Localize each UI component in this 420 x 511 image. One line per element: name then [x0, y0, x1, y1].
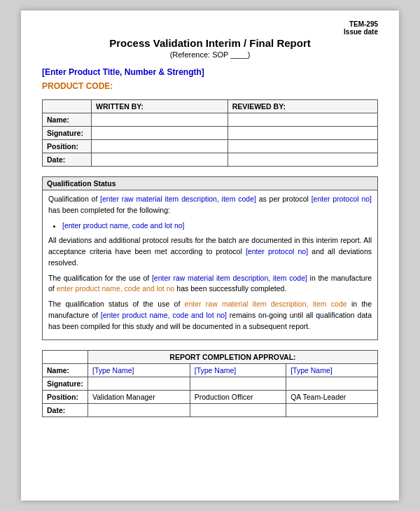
- qual-para3-after: has been successfully completed.: [174, 284, 286, 293]
- qual-para3-before: The qualification for the use of: [48, 274, 152, 282]
- report-row-col1: [88, 377, 190, 391]
- report-header: REPORT COMPLETION APPROVAL:: [88, 351, 378, 364]
- report-completion-table: REPORT COMPLETION APPROVAL: Name:[Type N…: [42, 350, 378, 417]
- report-row-col3: [286, 377, 378, 391]
- wr-row-written: [92, 140, 228, 153]
- qual-para3-link2[interactable]: enter product name, code and lot no: [57, 284, 175, 293]
- report-row-col1: [88, 404, 190, 417]
- qual-bullet1-link[interactable]: [enter product name, code and lot no]: [62, 221, 185, 230]
- report-row-col3: [286, 404, 378, 417]
- wr-row: Name:: [43, 113, 378, 127]
- report-row-col3: QA Team-Leader: [286, 391, 378, 404]
- wr-row-label: Date:: [43, 153, 92, 167]
- qual-para1: Qualification of [enter raw material ite…: [48, 194, 372, 216]
- qual-para3-link1[interactable]: [enter raw material item description, it…: [152, 274, 307, 282]
- page: TEM-295 Issue date Process Validation In…: [21, 10, 399, 500]
- qual-bullet-list: [enter product name, code and lot no]: [62, 220, 372, 232]
- report-row-col1: Validation Manager: [88, 391, 190, 404]
- main-title: Process Validation Interim / Final Repor…: [42, 37, 378, 49]
- qual-bullet2-para: The qualification status of the use of e…: [48, 299, 372, 332]
- report-row-col2: [190, 377, 286, 391]
- report-row: Date:: [43, 404, 378, 417]
- qual-bullet2-link2[interactable]: [enter product name, code and lot no]: [101, 311, 227, 319]
- wr-row-reviewed: [227, 140, 377, 153]
- wr-row: Date:: [43, 153, 378, 167]
- document-ref: TEM-295 Issue date: [344, 20, 378, 36]
- product-title-link[interactable]: [Enter Product Title, Number & Strength]: [42, 67, 378, 77]
- wr-row-written: [92, 153, 228, 167]
- report-row-label: Position:: [43, 391, 88, 404]
- product-code: PRODUCT CODE:: [42, 81, 378, 91]
- wr-row-reviewed: [227, 127, 377, 140]
- wr-col-empty: [43, 100, 92, 113]
- qual-para2: All deviations and additional protocol r…: [48, 235, 372, 268]
- qual-para3: The qualification for the use of [enter …: [48, 273, 372, 295]
- qual-link2[interactable]: [enter protocol no]: [312, 195, 372, 203]
- report-row: Name:[Type Name][Type Name][Type Name]: [43, 364, 378, 377]
- wr-row-label: Position:: [43, 140, 92, 153]
- wr-row-written: [92, 127, 228, 140]
- wr-row-written: [92, 113, 228, 127]
- qual-bullet1: [enter product name, code and lot no]: [62, 220, 372, 232]
- report-row-col2[interactable]: [Type Name]: [190, 364, 286, 377]
- qual-para2-link[interactable]: [enter protocol no]: [246, 247, 308, 255]
- report-row-col2: [190, 404, 286, 417]
- qual-para1-after: has been completed for the following:: [48, 206, 170, 214]
- report-row-label: Date:: [43, 404, 88, 417]
- reviewed-by-header: REVIEWED BY:: [227, 100, 377, 113]
- wr-row-label: Signature:: [43, 127, 92, 140]
- tem-ref: TEM-295: [344, 20, 378, 28]
- wr-row-label: Name:: [43, 113, 92, 127]
- report-row-col3[interactable]: [Type Name]: [286, 364, 378, 377]
- report-row-col1[interactable]: [Type Name]: [88, 364, 190, 377]
- report-row: Signature:: [43, 377, 378, 391]
- qual-link1[interactable]: [enter raw material item description, it…: [100, 195, 256, 203]
- qual-status-header: Qualification Status: [43, 177, 377, 190]
- qualification-status-box: Qualification Status Qualification of [e…: [42, 176, 378, 340]
- report-header-empty: [43, 351, 88, 364]
- wr-row: Position:: [43, 140, 378, 153]
- qual-bullet2-before: The qualification status of the use of: [48, 300, 185, 308]
- report-row-col2: Production Officer: [190, 391, 286, 404]
- issue-date-label: Issue date: [344, 28, 378, 36]
- qual-status-body: Qualification of [enter raw material ite…: [43, 190, 377, 340]
- report-row-label: Name:: [43, 364, 88, 377]
- written-by-header: WRITTEN BY:: [92, 100, 228, 113]
- wr-row-reviewed: [227, 113, 377, 127]
- report-row-label: Signature:: [43, 377, 88, 391]
- qual-bullet2-link1[interactable]: enter raw material item description, ite…: [185, 300, 347, 308]
- wr-row-reviewed: [227, 153, 377, 167]
- qual-para1-mid: as per protocol: [256, 195, 312, 203]
- qual-para1-before: Qualification of: [48, 195, 100, 203]
- report-row: Position:Validation ManagerProduction Of…: [43, 391, 378, 404]
- wr-row: Signature:: [43, 127, 378, 140]
- written-reviewed-table: WRITTEN BY: REVIEWED BY: Name:Signature:…: [42, 99, 378, 167]
- sub-title: (Reference: SOP ____): [42, 50, 378, 59]
